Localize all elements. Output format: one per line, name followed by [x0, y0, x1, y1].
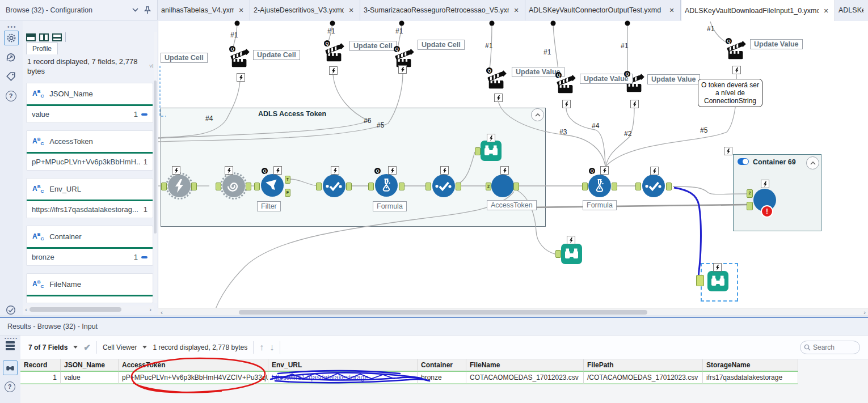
collapse-container-button[interactable]	[806, 156, 819, 169]
column-header[interactable]: StorageName	[703, 359, 798, 372]
input-anchor[interactable]	[747, 202, 753, 210]
workflow-tab[interactable]: anilhasTabelas_V4.yxmd	[158, 0, 250, 20]
layout-two-rows-icon[interactable]	[52, 33, 62, 41]
browse-tool-selected[interactable]	[707, 271, 728, 291]
close-tab-icon[interactable]	[512, 6, 520, 14]
layout-single-icon[interactable]	[26, 33, 36, 41]
output-anchor[interactable]	[399, 183, 404, 190]
output-anchor[interactable]	[346, 183, 352, 190]
filter-tool[interactable]	[261, 174, 284, 197]
tab-label: anilhasTabelas_V4.yxmd	[161, 6, 234, 14]
scroll-left-icon[interactable]: ‹	[158, 309, 165, 316]
arrow-down-icon[interactable]: ↓	[269, 342, 274, 353]
column-header[interactable]: Env_URL	[268, 359, 418, 372]
chevron-down-icon[interactable]	[132, 8, 138, 12]
input-anchor[interactable]	[582, 183, 588, 190]
input-anchor[interactable]	[475, 147, 481, 155]
input-anchor[interactable]	[425, 183, 431, 190]
tag-tab-icon[interactable]	[4, 70, 18, 83]
container-toggle-switch[interactable]	[738, 158, 749, 165]
workflow-tab[interactable]: 2-AjusteDescritivos_V3.yxmd	[250, 0, 360, 20]
workflow-tab-active[interactable]: ADLSKeyVaultDownloadFileInput1_0.yxmc*	[681, 0, 835, 21]
field-count: 1	[134, 110, 138, 118]
accesstoken-macro-tool[interactable]	[491, 175, 514, 197]
output-anchor[interactable]	[246, 183, 251, 190]
select-tool[interactable]	[323, 175, 345, 197]
cell-viewer-dropdown[interactable]: Cell Viewer	[103, 343, 137, 351]
scrollbar-thumb[interactable]	[154, 80, 157, 234]
results-browse-icon[interactable]	[3, 360, 18, 375]
column-header[interactable]: JSON_Name	[61, 359, 119, 372]
arrow-up-icon[interactable]: ↑	[259, 342, 264, 353]
output-anchor[interactable]	[513, 183, 519, 190]
close-tab-icon[interactable]	[347, 6, 355, 14]
config-vertical-scrollbar[interactable]	[154, 32, 157, 303]
collapse-container-button[interactable]	[531, 108, 544, 121]
macro-tool-spiral[interactable]	[222, 175, 245, 197]
close-tab-icon[interactable]	[237, 6, 245, 14]
profile-field-card[interactable]: ABC FileName	[26, 273, 153, 303]
formula-tool[interactable]	[588, 175, 611, 197]
false-output-anchor[interactable]	[285, 189, 290, 197]
scrollbar-thumb[interactable]	[239, 310, 647, 315]
column-header[interactable]: Container	[418, 359, 466, 372]
scroll-right-icon[interactable]: ›	[861, 309, 868, 316]
output-anchor[interactable]	[666, 183, 672, 190]
column-header[interactable]: FilePath	[584, 359, 703, 372]
close-tab-icon[interactable]	[668, 6, 676, 14]
output-anchor[interactable]	[612, 183, 617, 190]
input-anchor[interactable]	[368, 183, 374, 190]
close-tab-icon[interactable]	[822, 7, 830, 15]
input-anchor[interactable]	[635, 183, 641, 190]
chevron-down-icon[interactable]	[73, 346, 78, 349]
browse-tool[interactable]	[561, 244, 582, 264]
column-header[interactable]: AccessToken	[119, 359, 268, 372]
layout-two-columns-icon[interactable]	[39, 33, 49, 41]
flask-icon	[375, 174, 398, 197]
profile-field-card[interactable]: ABC AccessToken pP+MPucPLVn+Vv6p3kBbHmH.…	[26, 130, 153, 171]
scroll-left-icon[interactable]: ‹	[23, 306, 30, 313]
configuration-tab-icon[interactable]	[4, 31, 19, 45]
workflow-tab[interactable]: 3-SumarizacaoResseguroRetrocessao_V5.yxm…	[360, 0, 525, 20]
help-tab-icon[interactable]	[4, 89, 18, 103]
select-tool[interactable]	[432, 175, 455, 197]
input-anchor[interactable]	[747, 189, 753, 198]
apply-check-icon[interactable]: ✔	[83, 342, 91, 353]
field-name: Container	[49, 232, 81, 241]
browse-tool[interactable]	[481, 141, 502, 161]
results-config-icon[interactable]	[6, 341, 15, 350]
chevron-down-icon[interactable]	[142, 346, 147, 349]
runner-tab-icon[interactable]	[4, 50, 18, 64]
results-panel-header[interactable]: Results - Browse (32) - Input	[0, 318, 868, 336]
profile-field-card[interactable]: ABC Env_URL https://ifrs17qasdatalakesto…	[26, 178, 153, 218]
formula-tool[interactable]	[375, 174, 398, 197]
column-header[interactable]: Record	[20, 359, 61, 372]
select-tool[interactable]	[642, 175, 665, 197]
pin-icon[interactable]	[143, 6, 151, 15]
input-anchor[interactable]	[161, 183, 167, 190]
scroll-right-icon[interactable]: ›	[147, 306, 154, 313]
profile-field-card[interactable]: ABC Container bronze 1	[26, 226, 153, 266]
input-anchor[interactable]	[486, 183, 491, 190]
results-help-icon[interactable]	[3, 380, 16, 393]
workflow-tab[interactable]: ADLSKey	[835, 0, 868, 20]
input-anchor[interactable]	[316, 183, 322, 190]
workflow-tab[interactable]: ADLSKeyVaultConnectorOutputTest.yxmd	[525, 0, 681, 20]
tab-profile[interactable]: Profile	[26, 43, 58, 54]
fields-dropdown[interactable]: 7 of 7 Fields	[28, 343, 68, 351]
input-anchor[interactable]	[216, 183, 221, 190]
column-header[interactable]: FileName	[466, 359, 584, 372]
input-anchor[interactable]	[696, 275, 704, 286]
output-anchor[interactable]	[191, 183, 197, 190]
comment-box[interactable]: O token deverá ser a nível de Connection…	[698, 79, 762, 107]
profile-field-card[interactable]: ABC JSON_Name value 1	[26, 83, 153, 123]
canvas-horizontal-scrollbar[interactable]: ‹ ›	[158, 308, 868, 316]
input-anchor[interactable]	[555, 250, 561, 258]
input-anchor[interactable]	[254, 183, 260, 190]
scrollbar-thumb[interactable]	[30, 307, 121, 312]
macro-tool-run[interactable]	[168, 175, 191, 197]
config-horizontal-scrollbar[interactable]: ‹ ›	[23, 306, 154, 313]
true-output-anchor[interactable]	[285, 176, 290, 184]
output-anchor[interactable]	[456, 183, 461, 190]
q-badge-icon	[374, 168, 381, 174]
